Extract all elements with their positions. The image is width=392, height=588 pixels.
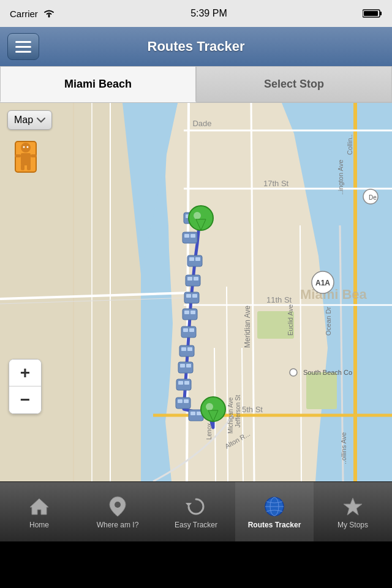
svg-rect-99 [15,154,21,157]
svg-marker-107 [186,503,192,507]
svg-point-0 [48,16,50,18]
svg-rect-4 [15,41,31,43]
svg-rect-98 [21,153,31,165]
svg-rect-68 [192,294,197,298]
map-type-selector[interactable]: Map [7,110,52,130]
svg-text:Jefferson St: Jefferson St [235,395,241,428]
svg-text:Meridian Ave: Meridian Ave [243,306,252,348]
svg-marker-105 [30,499,48,514]
nav-bar: Routes Tracker [0,27,392,66]
svg-rect-58 [184,234,189,238]
wifi-icon [43,9,55,18]
svg-rect-3 [364,11,378,16]
svg-rect-79 [180,364,185,368]
svg-marker-111 [344,498,362,515]
status-time: 5:39 PM [190,8,227,19]
svg-text:Collin..: Collin.. [346,134,353,155]
carrier-label: Carrier [10,9,38,19]
svg-rect-5 [15,46,31,48]
nav-title: Routes Tracker [148,39,245,55]
svg-rect-59 [190,234,195,238]
globe-icon [263,495,286,518]
menu-button[interactable] [7,33,39,60]
svg-rect-70 [184,311,189,314]
menu-icon [15,40,31,53]
svg-point-91 [194,212,201,219]
svg-rect-71 [190,311,195,314]
svg-rect-6 [15,51,31,53]
svg-rect-75 [179,345,194,356]
tab-label-easy-tracker: Easy Tracker [175,521,217,529]
zoom-controls: + − [9,359,42,414]
star-icon [341,495,364,518]
svg-text:5th St: 5th St [242,405,263,414]
svg-text:A1A: A1A [315,279,330,287]
tab-item-my-stops[interactable]: My Stops [314,482,392,541]
home-icon [28,495,51,518]
status-left: Carrier [10,9,55,19]
svg-rect-100 [31,154,37,157]
svg-text:11th St: 11th St [266,295,292,304]
tab-item-easy-tracker[interactable]: Easy Tracker [157,482,235,541]
svg-rect-80 [186,364,191,368]
svg-rect-77 [187,347,192,351]
pegman-icon [12,138,39,175]
tab-label-routes-tracker: Routes Tracker [248,521,301,529]
svg-rect-65 [194,277,198,281]
svg-rect-82 [178,381,183,385]
svg-text:..ington Ave: ..ington Ave [337,160,344,195]
tab-select-stop[interactable]: Select Stop [196,66,392,102]
status-bar: Carrier 5:39 PM [0,0,392,27]
svg-text:De: De [369,194,377,201]
svg-rect-2 [380,12,382,15]
tab-selector: Miami Beach Select Stop [0,66,392,103]
tab-item-routes-tracker[interactable]: Routes Tracker [235,482,314,541]
svg-text:17th St: 17th St [263,179,289,188]
tab-item-home[interactable]: Home [0,482,78,541]
svg-rect-57 [183,232,197,243]
person-icon[interactable] [12,138,39,175]
location-pin-icon [106,495,129,518]
zoom-out-button[interactable]: − [9,386,41,413]
svg-rect-81 [176,379,191,390]
svg-rect-69 [183,309,197,320]
tab-miami-beach[interactable]: Miami Beach [0,66,196,102]
svg-rect-85 [178,399,183,403]
map-svg: Dade 17th St 11th St 5th St Miami Bea Me… [0,103,392,481]
svg-rect-78 [178,362,193,373]
svg-rect-72 [181,326,196,337]
svg-text:Ocean Dr: Ocean Dr [325,307,332,336]
svg-text:Michigan Ave: Michigan Ave [227,397,234,434]
svg-text:Dade: Dade [192,119,211,128]
svg-rect-67 [186,294,191,298]
svg-rect-76 [181,347,186,351]
status-right [363,9,382,18]
tab-bar: Home Where am I? Easy Tracker [0,481,392,541]
map-container[interactable]: Dade 17th St 11th St 5th St Miami Bea Me… [0,103,392,481]
svg-text:South Beach Co: South Beach Co [303,369,352,376]
zoom-in-button[interactable]: + [9,360,41,386]
svg-point-94 [206,403,213,410]
svg-rect-62 [195,257,200,261]
map-type-label: Map [14,115,33,126]
svg-point-103 [23,146,25,148]
svg-text:Miami Bea: Miami Bea [300,287,368,302]
svg-rect-74 [189,328,194,332]
chevron-down-icon [37,117,45,123]
svg-rect-61 [189,257,194,261]
battery-icon [363,9,382,18]
tab-label-home: Home [29,521,49,529]
svg-text:Euclid Ave: Euclid Ave [287,304,294,336]
svg-rect-84 [176,398,190,409]
svg-point-50 [290,369,297,376]
tab-label-where-am-i: Where am I? [97,521,139,529]
tab-item-where-am-i[interactable]: Where am I? [78,482,157,541]
svg-rect-102 [27,164,31,170]
svg-rect-101 [21,164,24,170]
svg-point-104 [27,146,29,148]
svg-rect-66 [184,292,199,303]
svg-rect-63 [186,275,200,286]
svg-rect-86 [184,399,189,403]
svg-rect-60 [187,255,202,266]
svg-rect-83 [184,381,189,385]
